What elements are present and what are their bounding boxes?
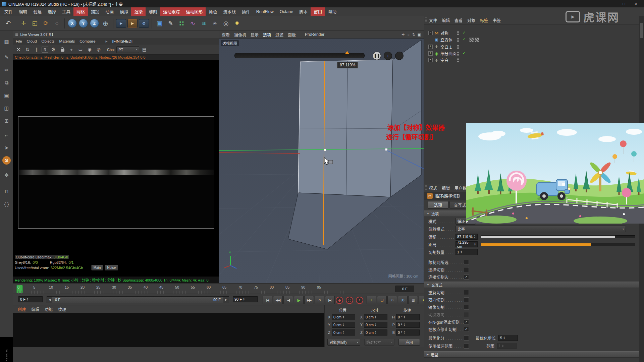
record-rotation-button[interactable]: ↻ <box>387 296 397 304</box>
prev-frame-button[interactable]: ◀ <box>283 296 293 304</box>
loop-range-checkbox[interactable]: ✓ <box>464 344 469 349</box>
workplane-mode-icon[interactable]: ⊞ <box>2 117 11 125</box>
end-frame-field[interactable]: 90 F ▲▼ <box>233 296 258 302</box>
array-button[interactable]: ✳ <box>209 17 220 30</box>
cuts-field[interactable]: 1▲▼ <box>455 249 478 255</box>
model-mode-icon[interactable]: ▣ <box>2 91 11 100</box>
viewport-menu-prorender[interactable]: ProRender <box>305 32 324 37</box>
object-name[interactable]: 立方体 <box>440 37 452 43</box>
octane-render-area[interactable]: Out-of-core used/max: 0Kb/4Gb Grey8/16: … <box>13 60 219 277</box>
position-x-field[interactable]: 0 cm▲▼ <box>332 314 355 320</box>
menu-create[interactable]: 创建 <box>30 7 45 16</box>
menu-realflow[interactable]: RealFlow <box>253 7 277 16</box>
menu-animate[interactable]: 动画 <box>102 7 117 16</box>
render-settings-button[interactable]: ⚙ <box>139 19 149 28</box>
octane-titlebar[interactable]: ▦ Live Viewer 3.07-R1 <box>13 31 219 38</box>
size-x-field[interactable]: 0 cm▲▼ <box>364 314 387 320</box>
enable-check-icon[interactable]: ✓ <box>463 31 466 35</box>
object-row-null1[interactable]: + ✛ 空白.1 <box>428 44 502 50</box>
repeat-cut-checkbox[interactable]: ✓ <box>464 290 469 295</box>
pen-tool-icon[interactable]: ✎ <box>2 53 11 61</box>
frame-hud-field[interactable]: 0 F <box>395 286 414 292</box>
record-pla-button[interactable]: ▦ <box>408 296 418 304</box>
rotation-p-field[interactable]: 0 °▲▼ <box>396 322 420 328</box>
viewport-menu-cameras[interactable]: 摄像机 <box>234 32 246 38</box>
octane-lock-icon[interactable] <box>58 46 66 54</box>
octane-region-render-icon[interactable]: R <box>42 47 48 53</box>
timeline-ruler[interactable]: 0 5 10 15 20 25 30 35 40 45 50 55 60 65 … <box>13 283 424 294</box>
range-field[interactable]: 1▲▼ <box>497 343 517 349</box>
menu-tools[interactable]: 工具 <box>59 7 73 16</box>
hud-plus-button[interactable]: + <box>384 52 392 60</box>
size-y-field[interactable]: 0 cm▲▼ <box>364 322 387 328</box>
move-tool-button[interactable]: ✛ <box>18 17 29 30</box>
bidirectional-checkbox[interactable]: ✓ <box>464 297 469 302</box>
brush-tool-icon[interactable]: ✑ <box>2 66 11 74</box>
section-interactive[interactable]: ▼交互式 <box>424 282 639 288</box>
menu-plugins[interactable]: 插件 <box>239 7 253 16</box>
octane-pause-icon[interactable]: ∥ <box>33 46 41 54</box>
last-tool-button[interactable]: ◌ <box>51 17 62 30</box>
expander-icon[interactable]: − <box>428 31 433 35</box>
menu-motion-tracker[interactable]: 运动跟踪 <box>160 7 183 16</box>
optimize-step-field[interactable]: 5▲▼ <box>498 335 518 341</box>
distance-slider[interactable] <box>481 243 635 246</box>
object-name[interactable]: 空白.1 <box>440 44 452 50</box>
coord-system-button[interactable]: ⊕ <box>100 17 111 30</box>
main-button[interactable]: Main <box>91 265 103 270</box>
om-menu-edit[interactable]: 编辑 <box>442 17 450 23</box>
object-name[interactable]: 细分曲面 <box>440 51 457 56</box>
om-menu-objects[interactable]: 对象 <box>467 17 475 23</box>
section-modeling[interactable]: ▶造型 <box>424 351 639 358</box>
pan-view-icon[interactable]: ✛ <box>401 33 405 37</box>
goto-end-button[interactable]: ▶| <box>325 296 335 304</box>
object-row-null[interactable]: + ✛ 空白 <box>428 57 502 63</box>
octane-menu-materials[interactable]: Materials <box>59 39 75 43</box>
record-keyframe-button[interactable] <box>336 297 343 304</box>
menu-mesh[interactable]: 网格 <box>73 7 88 16</box>
autokey-button[interactable] <box>346 297 353 304</box>
hand-tool-icon[interactable]: ✥ <box>2 171 11 179</box>
visibility-dots[interactable] <box>457 45 459 49</box>
offset-hud-marker[interactable] <box>345 51 349 54</box>
texture-mode-icon[interactable]: ◫ <box>2 104 11 112</box>
ngon-stop-checkbox[interactable]: ✓ <box>464 319 469 324</box>
om-menu-view[interactable]: 查看 <box>454 17 463 23</box>
flip-direction-checkbox[interactable]: ✓ <box>464 312 469 317</box>
record-parameter-button[interactable]: Ⓟ <box>398 296 408 304</box>
mirror-cut-checkbox[interactable]: ✓ <box>464 305 469 310</box>
menu-render[interactable]: 渲染 <box>131 7 146 16</box>
offset-field[interactable]: 87.119 %▲▼ <box>455 234 478 240</box>
maximize-button[interactable]: □ <box>618 0 630 7</box>
deformer-button[interactable]: ∿ <box>187 17 198 30</box>
noise-button[interactable]: Noise <box>105 265 118 270</box>
am-menu-mode[interactable]: 模式 <box>429 185 437 191</box>
prev-key-button[interactable]: ◀◀ <box>273 296 283 304</box>
make-editable-icon[interactable]: ⧉ <box>2 78 11 87</box>
octane-gear-icon[interactable]: ⚙ <box>49 46 57 54</box>
camera-button[interactable]: ◎ <box>220 17 231 30</box>
tweak-mode-icon[interactable]: ➤ <box>2 143 11 152</box>
object-row-symmetry[interactable]: − ⋈ 对称 ✓ <box>428 30 502 36</box>
materials-menu-texture[interactable]: 纹理 <box>58 306 66 312</box>
expander-icon[interactable]: + <box>428 45 433 49</box>
menu-character[interactable]: 角色 <box>206 7 220 16</box>
octane-menu-file[interactable]: File <box>16 39 22 43</box>
loop-mode-button[interactable]: ↻ <box>315 296 324 304</box>
channel-dropdown[interactable]: PT ▾ <box>116 46 139 53</box>
materials-menu-edit[interactable]: 编辑 <box>31 306 39 312</box>
render-view-button[interactable]: ▶ <box>116 19 126 28</box>
distance-field[interactable]: 71.295 cm▲▼ <box>455 241 478 247</box>
sculpt-mode-icon[interactable]: S <box>2 156 11 165</box>
octane-settings-icon[interactable]: ⚒ <box>14 46 22 54</box>
position-y-field[interactable]: 0 cm▲▼ <box>332 322 355 328</box>
spinner-icon[interactable]: ▲▼ <box>243 298 245 301</box>
range-left-arrow[interactable]: ◀ <box>47 297 52 303</box>
record-scale-button[interactable]: ▢ <box>377 296 387 304</box>
om-menu-file[interactable]: 文件 <box>429 17 437 23</box>
size-z-field[interactable]: 0 cm▲▼ <box>364 329 387 336</box>
expander-icon[interactable]: + <box>428 58 433 62</box>
simulation-button[interactable]: ≋ <box>198 17 209 30</box>
visibility-dots[interactable] <box>457 58 459 62</box>
mograph-cloner-button[interactable]: ∷ <box>176 17 187 30</box>
